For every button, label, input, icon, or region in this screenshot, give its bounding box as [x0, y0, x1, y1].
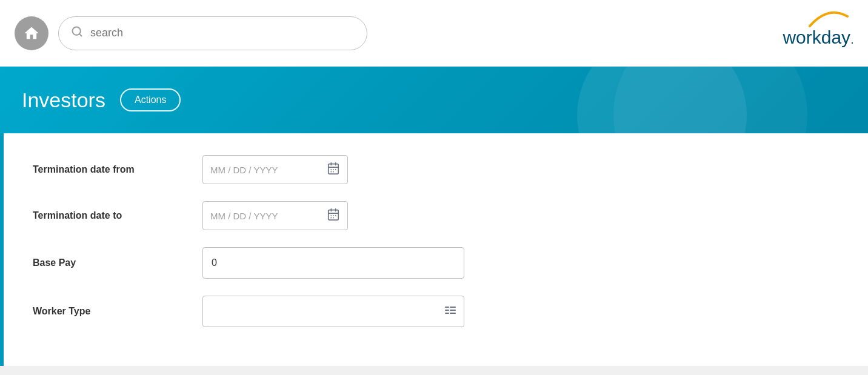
form-row-base-pay: Base Pay — [33, 247, 839, 279]
workday-logo: workday. — [783, 19, 853, 48]
calendar-icon-from[interactable] — [327, 162, 340, 178]
page-header: Investors Actions — [0, 67, 868, 133]
content-area: Termination date from MM / DD / YYYY — [0, 133, 868, 375]
workday-period: . — [851, 36, 853, 45]
list-icon — [444, 305, 456, 319]
base-pay-label: Base Pay — [33, 257, 202, 268]
form-row-termination-to: Termination date to MM / DD / YYYY — [33, 201, 839, 230]
termination-date-to-placeholder: MM / DD / YYYY — [210, 211, 322, 221]
termination-date-to-label: Termination date to — [33, 210, 202, 221]
page-title: Investors — [22, 88, 105, 112]
termination-date-from-placeholder: MM / DD / YYYY — [210, 165, 322, 175]
svg-rect-11 — [329, 210, 339, 220]
calendar-icon-to[interactable] — [327, 208, 340, 224]
home-icon — [23, 25, 40, 42]
termination-date-from-label: Termination date from — [33, 164, 202, 175]
search-input[interactable] — [90, 27, 355, 39]
top-nav: workday. — [0, 0, 868, 67]
form-card: Termination date from MM / DD / YYYY — [0, 133, 868, 366]
workday-arc-icon — [804, 10, 852, 27]
search-icon — [71, 25, 83, 41]
search-bar — [58, 16, 367, 50]
actions-button[interactable]: Actions — [120, 88, 181, 111]
home-button[interactable] — [15, 16, 48, 50]
workday-word-day: day — [821, 27, 850, 48]
svg-rect-2 — [329, 164, 339, 174]
termination-date-to-input[interactable]: MM / DD / YYYY — [202, 201, 348, 230]
form-row-termination-from: Termination date from MM / DD / YYYY — [33, 155, 839, 184]
svg-line-1 — [79, 34, 82, 36]
worker-type-label: Worker Type — [33, 306, 202, 317]
base-pay-input[interactable] — [202, 247, 464, 279]
form-row-worker-type: Worker Type — [33, 296, 839, 327]
termination-date-from-input[interactable]: MM / DD / YYYY — [202, 155, 348, 184]
workday-word-work: work — [783, 27, 821, 48]
worker-type-select[interactable] — [202, 296, 464, 327]
